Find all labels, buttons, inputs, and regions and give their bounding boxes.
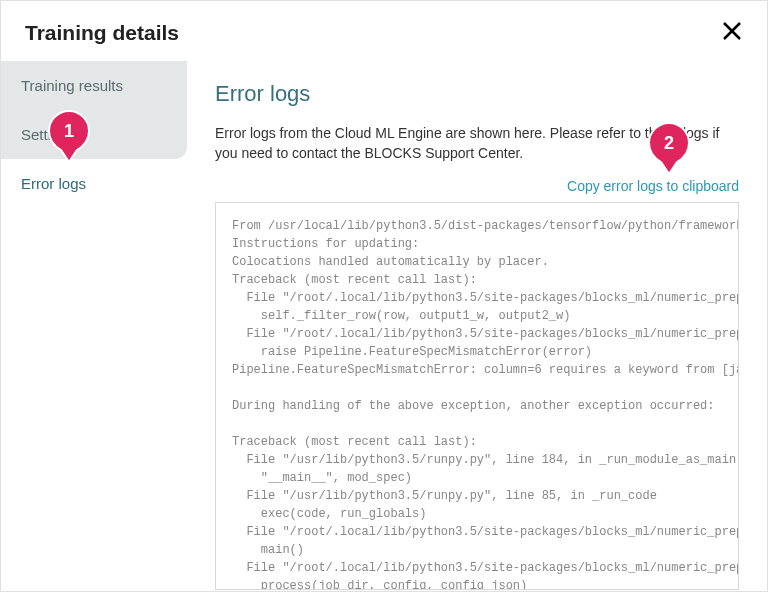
copy-logs-link[interactable]: Copy error logs to clipboard <box>215 178 739 194</box>
error-log-output: From /usr/local/lib/python3.5/dist-packa… <box>215 202 739 590</box>
annotation-number: 1 <box>47 121 91 142</box>
sidebar: Training results Settings Error logs <box>1 61 187 591</box>
page-title: Training details <box>25 21 179 45</box>
sidebar-item-label: Training results <box>21 77 123 94</box>
main-title: Error logs <box>215 81 739 107</box>
annotation-callout-2: 2 <box>647 121 691 176</box>
sidebar-item-settings[interactable]: Settings <box>1 110 187 159</box>
annotation-callout-1: 1 <box>47 109 91 164</box>
sidebar-item-training-results[interactable]: Training results <box>1 61 187 110</box>
annotation-number: 2 <box>647 133 691 154</box>
close-icon[interactable] <box>721 19 743 47</box>
sidebar-item-label: Error logs <box>21 175 86 192</box>
sidebar-item-error-logs[interactable]: Error logs <box>1 159 187 208</box>
